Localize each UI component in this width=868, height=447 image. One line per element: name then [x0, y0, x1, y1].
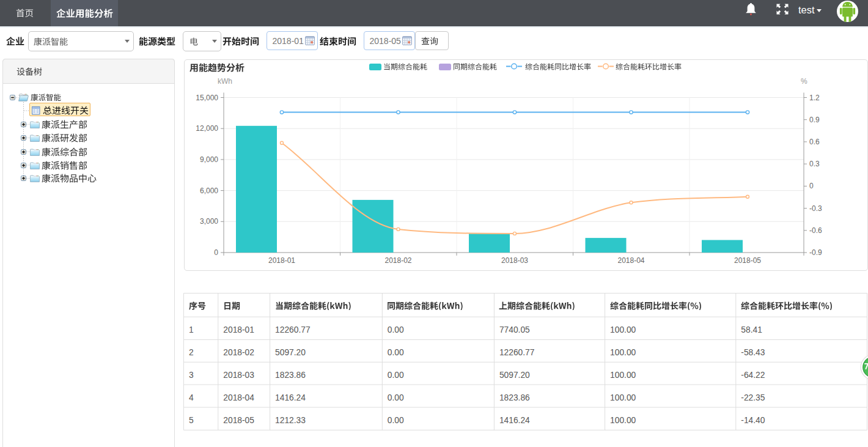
- svg-text:2018-02: 2018-02: [384, 256, 411, 265]
- svg-text:15,000: 15,000: [196, 94, 218, 102]
- svg-text:9,000: 9,000: [200, 155, 218, 164]
- svg-text:6,000: 6,000: [200, 187, 218, 195]
- svg-text:%: %: [801, 77, 807, 86]
- svg-text:-0.6: -0.6: [809, 226, 822, 235]
- svg-text:1.2: 1.2: [809, 94, 820, 102]
- svg-text:3,000: 3,000: [200, 217, 218, 226]
- svg-text:-0.3: -0.3: [809, 204, 822, 213]
- svg-text:0: 0: [214, 248, 218, 257]
- svg-text:0: 0: [809, 182, 814, 190]
- svg-text:-0.9: -0.9: [809, 248, 822, 257]
- svg-text:kWh: kWh: [218, 77, 232, 86]
- svg-text:2018-05: 2018-05: [734, 256, 761, 265]
- svg-text:0.3: 0.3: [809, 160, 820, 168]
- svg-text:2018-04: 2018-04: [617, 256, 644, 265]
- svg-text:12,000: 12,000: [196, 124, 218, 133]
- svg-text:2018-03: 2018-03: [501, 256, 528, 265]
- svg-text:0.6: 0.6: [809, 138, 820, 146]
- svg-text:2018-01: 2018-01: [268, 256, 295, 265]
- svg-text:0.9: 0.9: [809, 116, 820, 124]
